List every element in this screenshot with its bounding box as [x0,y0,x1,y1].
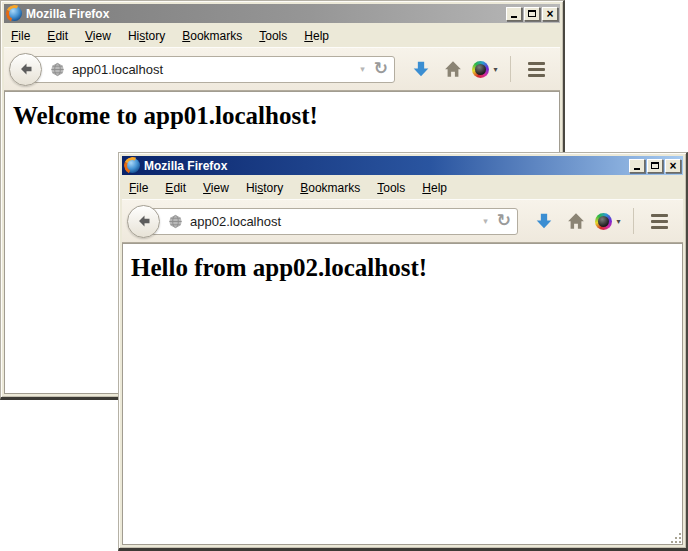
menu-item-view[interactable]: View [203,181,229,195]
toolbar-separator [510,56,511,82]
firefox-icon [125,158,140,173]
urlbar-dropdown-icon[interactable]: ▾ [360,64,365,74]
home-button[interactable] [560,205,592,237]
menu-item-view[interactable]: View [85,29,111,43]
menu-item-edit[interactable]: Edit [165,181,186,195]
download-arrow-icon [412,60,430,78]
maximize-button[interactable] [524,7,540,21]
menu-item-file[interactable]: File [11,29,30,43]
menu-item-history[interactable]: History [128,29,165,43]
menu-item-edit[interactable]: Edit [47,29,68,43]
close-icon: × [669,161,676,171]
back-arrow-icon [18,61,34,77]
menu-bar: File Edit View History Bookmarks Tools H… [4,23,560,47]
reload-icon[interactable]: ↻ [374,60,388,77]
home-icon [444,60,462,78]
maximize-icon [528,10,536,17]
page-heading: Hello from app02.localhost! [131,254,682,282]
close-button[interactable]: × [665,159,681,173]
home-button[interactable] [437,53,469,85]
minimize-icon [634,168,640,170]
home-icon [567,212,585,230]
download-button[interactable] [405,53,437,85]
maximize-button[interactable] [647,159,663,173]
menu-item-bookmarks[interactable]: Bookmarks [182,29,242,43]
addon-caret-icon: ▾ [493,65,497,74]
back-arrow-icon [136,213,152,229]
titlebar[interactable]: Mozilla Firefox × [122,156,683,175]
addon-caret-icon: ▾ [616,217,620,226]
maximize-icon [651,162,659,169]
reload-icon[interactable]: ↻ [497,212,511,229]
hamburger-icon [651,214,668,229]
window-title: Mozilla Firefox [144,159,625,173]
close-button[interactable]: × [542,7,558,21]
close-icon: × [546,9,553,19]
resize-grip[interactable] [670,532,684,546]
site-identity-globe-icon [50,62,65,77]
minimize-button[interactable] [506,7,522,21]
url-bar[interactable]: app02.localhost ▾ ↻ [143,208,518,235]
site-identity-globe-icon [168,214,183,229]
app-menu-button[interactable] [520,53,552,85]
minimize-icon [511,16,517,18]
addon-button[interactable]: ▾ [469,53,501,85]
urlbar-dropdown-icon[interactable]: ▾ [483,216,488,226]
minimize-button[interactable] [629,159,645,173]
url-text[interactable]: app01.localhost [72,62,356,77]
menu-item-help[interactable]: Help [304,29,329,43]
back-button[interactable] [127,205,160,238]
menu-item-tools[interactable]: Tools [377,181,405,195]
menu-item-help[interactable]: Help [422,181,447,195]
navigation-toolbar: app01.localhost ▾ ↻ ▾ [4,47,560,91]
page-heading: Welcome to app01.localhost! [13,102,559,130]
firefox-icon [7,6,22,21]
download-arrow-icon [535,212,553,230]
menu-item-file[interactable]: File [129,181,148,195]
url-bar[interactable]: app01.localhost ▾ ↻ [25,56,395,83]
browser-window-app02: Mozilla Firefox × File Edit View History… [118,152,688,551]
addon-lens-icon [472,61,489,78]
window-title: Mozilla Firefox [26,7,502,21]
download-button[interactable] [528,205,560,237]
app-menu-button[interactable] [643,205,675,237]
toolbar-separator [633,208,634,234]
menu-item-bookmarks[interactable]: Bookmarks [300,181,360,195]
back-button[interactable] [9,53,42,86]
menu-item-tools[interactable]: Tools [259,29,287,43]
titlebar[interactable]: Mozilla Firefox × [4,4,560,23]
addon-lens-icon [595,213,612,230]
hamburger-icon [528,62,545,77]
navigation-toolbar: app02.localhost ▾ ↻ ▾ [122,199,683,243]
addon-button[interactable]: ▾ [592,205,624,237]
menu-bar: File Edit View History Bookmarks Tools H… [122,175,683,199]
menu-item-history[interactable]: History [246,181,283,195]
url-text[interactable]: app02.localhost [190,214,479,229]
page-content: Hello from app02.localhost! [122,243,683,545]
